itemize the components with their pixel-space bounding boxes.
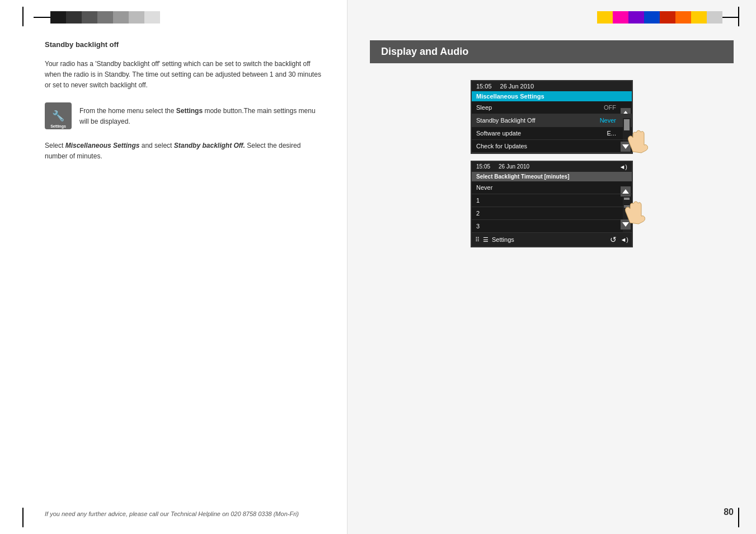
- screen2-date: 26 Jun 2010: [499, 163, 529, 170]
- screen1-sleep-label: Sleep: [476, 104, 492, 111]
- screen1-date: 26 Jun 2010: [500, 83, 534, 90]
- color-swatches-left: [50, 11, 160, 24]
- color-bar-right: [370, 11, 739, 24]
- page-container: Standby backlight off Your radio has a '…: [0, 0, 756, 534]
- screen2-mockup: 15:05 26 Jun 2010 ◄) Select Backlight Ti…: [471, 161, 633, 247]
- step2-instruction: Select Miscellaneous Settings and select…: [45, 140, 325, 162]
- screen2-menu-title-text: Select Backlight Timeout [minutes]: [476, 174, 570, 180]
- grid-icon: ⠿: [475, 236, 480, 243]
- rswatch-5: [660, 11, 675, 24]
- swatch-4: [97, 11, 113, 24]
- step1-settings-bold: Settings: [176, 107, 203, 115]
- hand-cursor-2: [619, 195, 647, 231]
- rswatch-7: [691, 11, 707, 24]
- step2-mid: and select: [142, 142, 174, 149]
- step2-prefix: Select: [45, 142, 65, 149]
- swatch-7: [144, 11, 160, 24]
- screen1-top-bar: 15:05 26 Jun 2010: [472, 81, 632, 91]
- step1-prefix: From the home menu select the: [79, 107, 176, 115]
- step2-standby-bold: Standby backlight Off.: [174, 142, 245, 149]
- section-title: Standby backlight off: [45, 40, 325, 49]
- footer-helpline: If you need any further advice, please c…: [45, 510, 299, 517]
- corner-decoration-br: [738, 508, 739, 527]
- swatch-5: [113, 11, 129, 24]
- color-bar-left: [34, 11, 325, 24]
- screen2-wrapper: 15:05 26 Jun 2010 ◄) Select Backlight Ti…: [471, 161, 633, 247]
- volume-icon: ◄): [619, 163, 627, 170]
- screen2-bottom-bar: ⠿ ☰ Settings ↺ ◄): [472, 233, 632, 246]
- swatch-1: [50, 11, 66, 24]
- rswatch-4: [644, 11, 660, 24]
- swatch-2: [66, 11, 82, 24]
- step2-misc-bold: Miscellaneous Settings: [65, 142, 140, 149]
- swatch-6: [129, 11, 144, 24]
- corner-decoration-tl: [22, 7, 24, 26]
- right-section-header: Display and Audio: [370, 40, 734, 63]
- rswatch-1: [597, 11, 613, 24]
- corner-decoration-tr: [738, 7, 739, 26]
- screen1-row-sleep: Sleep OFF: [472, 101, 632, 114]
- screen2-bottom-text: Settings: [492, 236, 607, 243]
- screen2-top-bar: 15:05 26 Jun 2010 ◄): [472, 162, 632, 172]
- screen2-3-label: 3: [476, 223, 480, 229]
- rswatch-3: [628, 11, 644, 24]
- menu-icon: ☰: [483, 236, 489, 243]
- screen2-row-1: 1: [472, 194, 632, 207]
- bar-line-left: [34, 17, 50, 18]
- settings-wrench-icon: 🔧: [52, 110, 64, 122]
- screen1-menu-title: Miscellaneous Settings: [472, 91, 632, 101]
- screen2-1-label: 1: [476, 197, 480, 204]
- radio-ui-area: 15:05 26 Jun 2010 Miscellaneous Settings…: [370, 74, 734, 247]
- step1-text: From the home menu select the Settings m…: [79, 102, 325, 127]
- screen1-standby-value: Never: [600, 117, 616, 124]
- screen1-mockup: 15:05 26 Jun 2010 Miscellaneous Settings…: [471, 80, 633, 154]
- bar-line-right: [722, 17, 739, 18]
- back-icon: ↺: [610, 235, 617, 244]
- screen2-row-3: 3: [472, 220, 632, 233]
- screen1-wrapper: 15:05 26 Jun 2010 Miscellaneous Settings…: [471, 80, 633, 154]
- screen2-menu-title: Select Backlight Timeout [minutes]: [472, 172, 632, 181]
- screen2-time: 15:05: [476, 163, 490, 170]
- screen2-2-label: 2: [476, 210, 480, 217]
- screen2-never-label: Never: [476, 184, 492, 191]
- left-column: Standby backlight off Your radio has a '…: [0, 0, 347, 534]
- screen1-row-check: Check for Updates: [472, 140, 632, 153]
- screen1-time: 15:05: [476, 83, 492, 90]
- settings-icon-label: Settings: [50, 124, 66, 128]
- hand-cursor-1: [622, 124, 650, 160]
- screen2-vol-icon: ◄): [620, 236, 628, 243]
- rswatch-8: [707, 11, 722, 24]
- rswatch-2: [613, 11, 628, 24]
- screen2-row-never: Never: [472, 181, 632, 194]
- step1-container: 🔧 Settings From the home menu select the…: [45, 102, 325, 129]
- page-number: 80: [724, 507, 734, 517]
- screen1-standby-label: Standby Backlight Off: [476, 117, 536, 124]
- screen1-row-software: Software update E...: [472, 127, 632, 140]
- screen1-software-value: E...: [607, 130, 616, 137]
- screen1-row-standby: Standby Backlight Off Never: [472, 114, 632, 127]
- color-swatches-right: [597, 11, 722, 24]
- screen1-software-label: Software update: [476, 130, 521, 137]
- screen2-row-2: 2: [472, 207, 632, 220]
- screen1-check-label: Check for Updates: [476, 143, 527, 149]
- screen1-sleep-value: OFF: [604, 104, 616, 111]
- right-column: Display and Audio 15:05 26 Jun 2010 Misc…: [347, 0, 756, 534]
- body-paragraph: Your radio has a 'Standby backlight off'…: [45, 59, 325, 91]
- corner-decoration-bl: [22, 508, 24, 527]
- settings-icon-box: 🔧 Settings: [45, 102, 72, 129]
- swatch-3: [82, 11, 97, 24]
- rswatch-6: [675, 11, 691, 24]
